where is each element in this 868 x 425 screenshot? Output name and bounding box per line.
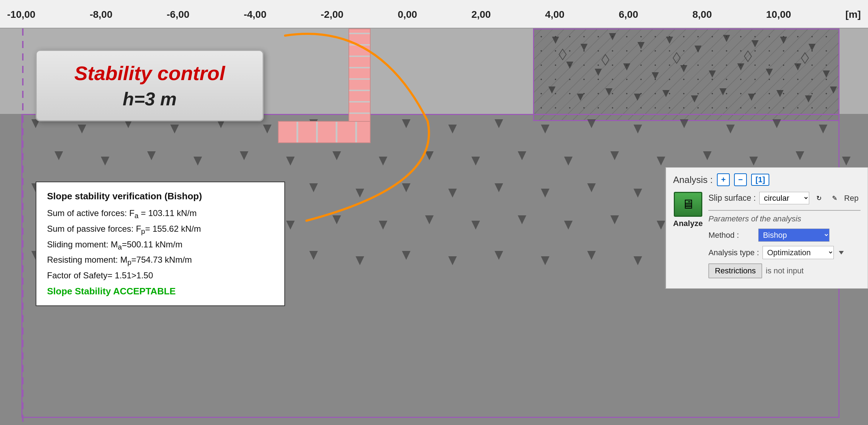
svg-marker-101 bbox=[564, 221, 573, 230]
svg-marker-15 bbox=[709, 70, 716, 78]
analysis-type-select[interactable]: Optimization Standard bbox=[763, 246, 834, 259]
svg-marker-21 bbox=[602, 54, 609, 65]
svg-marker-45 bbox=[448, 125, 457, 133]
analysis-num-button[interactable]: [1] bbox=[751, 174, 769, 186]
restrictions-button[interactable]: Restrictions bbox=[708, 263, 762, 278]
svg-marker-49 bbox=[634, 125, 642, 133]
results-acceptable: Slope Stability ACCEPTABLE bbox=[47, 286, 274, 297]
slip-label: Slip surface : bbox=[708, 193, 756, 203]
svg-marker-85 bbox=[634, 189, 642, 198]
svg-marker-115 bbox=[356, 256, 364, 265]
svg-marker-114 bbox=[309, 251, 318, 260]
edit-icon[interactable]: ✎ bbox=[828, 192, 841, 204]
svg-marker-1 bbox=[580, 44, 588, 51]
analyze-label: Analyze bbox=[673, 219, 703, 228]
svg-marker-31 bbox=[719, 88, 727, 95]
svg-marker-10 bbox=[566, 62, 573, 69]
restrictions-status: is not input bbox=[766, 266, 804, 276]
params-divider bbox=[708, 210, 861, 211]
svg-marker-44 bbox=[402, 119, 410, 128]
refresh-icon[interactable]: ↻ bbox=[813, 192, 825, 204]
dashed-line-left bbox=[22, 28, 24, 425]
analysis-panel: Analysis : + − [1] 🖥 Analyze Slip surfac… bbox=[665, 167, 868, 289]
results-line3: Sliding moment: Ma=500.11 kNm/m bbox=[47, 237, 274, 253]
svg-marker-6 bbox=[723, 35, 730, 42]
svg-marker-103 bbox=[657, 221, 665, 230]
stability-control-box: Stability control h=3 m bbox=[36, 50, 264, 121]
ruler-label-0: 0,00 bbox=[398, 9, 417, 20]
svg-marker-80 bbox=[402, 183, 410, 192]
svg-marker-71 bbox=[842, 157, 851, 166]
svg-marker-118 bbox=[495, 251, 503, 260]
analysis-header: Analysis : + − [1] bbox=[673, 173, 861, 186]
slip-surface-select[interactable]: circular polygonal bbox=[759, 192, 809, 204]
svg-marker-11 bbox=[595, 69, 602, 76]
stability-subtitle: h=3 m bbox=[51, 88, 248, 110]
svg-marker-59 bbox=[286, 157, 295, 166]
svg-marker-24 bbox=[801, 53, 808, 63]
svg-marker-33 bbox=[776, 90, 784, 97]
svg-marker-55 bbox=[101, 157, 109, 166]
results-box: Slope stability verification (Bishop) Su… bbox=[36, 182, 285, 306]
svg-marker-26 bbox=[577, 94, 584, 101]
svg-marker-48 bbox=[587, 119, 596, 128]
svg-marker-58 bbox=[240, 151, 248, 160]
svg-marker-117 bbox=[448, 256, 457, 265]
svg-marker-2 bbox=[609, 33, 616, 40]
svg-marker-17 bbox=[766, 69, 773, 76]
svg-marker-29 bbox=[662, 90, 670, 97]
svg-marker-52 bbox=[773, 119, 781, 128]
ruler-label-2: 2,00 bbox=[471, 9, 491, 20]
svg-marker-22 bbox=[673, 53, 680, 63]
method-label: Method : bbox=[708, 231, 755, 240]
svg-marker-97 bbox=[379, 221, 387, 230]
ruler: -10,00 -8,00 -6,00 -4,00 -2,00 0,00 2,00… bbox=[0, 0, 868, 28]
rep-label: Rep bbox=[844, 194, 858, 203]
svg-marker-13 bbox=[652, 72, 659, 79]
method-row: Method : Bishop Fellenius Spencer bbox=[708, 229, 861, 242]
analyze-icon: 🖥 bbox=[674, 192, 702, 217]
svg-marker-116 bbox=[402, 251, 410, 260]
svg-marker-35 bbox=[830, 86, 837, 94]
svg-marker-23 bbox=[744, 51, 751, 62]
analysis-remove-button[interactable]: − bbox=[734, 173, 747, 186]
results-title: Slope stability verification (Bishop) bbox=[47, 191, 274, 202]
svg-marker-37 bbox=[78, 125, 86, 133]
svg-marker-4 bbox=[666, 37, 673, 44]
panel-right: Slip surface : circular polygonal ↻ ✎ Re… bbox=[708, 192, 861, 278]
svg-marker-9 bbox=[808, 44, 816, 51]
svg-marker-53 bbox=[819, 125, 827, 133]
ruler-label-neg10: -10,00 bbox=[7, 9, 35, 20]
svg-marker-34 bbox=[805, 95, 812, 103]
analyze-button[interactable]: 🖥 Analyze bbox=[673, 192, 703, 228]
results-line2: Sum of passive forces: Fp= 155.62 kN/m bbox=[47, 222, 274, 237]
svg-marker-19 bbox=[823, 70, 830, 78]
svg-marker-32 bbox=[748, 94, 755, 101]
svg-marker-83 bbox=[541, 189, 549, 198]
restrictions-row: Restrictions is not input bbox=[708, 263, 861, 278]
svg-marker-39 bbox=[170, 125, 179, 133]
svg-marker-100 bbox=[518, 215, 526, 224]
canvas-area: Stability control h=3 m Slope stability … bbox=[0, 28, 868, 425]
svg-marker-99 bbox=[471, 221, 480, 230]
soil-upper-right bbox=[533, 28, 839, 121]
svg-marker-82 bbox=[495, 183, 503, 192]
ruler-label-neg6: -6,00 bbox=[167, 9, 190, 20]
ruler-label-neg2: -2,00 bbox=[321, 9, 343, 20]
svg-marker-8 bbox=[780, 37, 787, 44]
svg-marker-12 bbox=[623, 63, 630, 70]
svg-marker-16 bbox=[737, 63, 744, 70]
svg-marker-50 bbox=[680, 119, 688, 128]
svg-marker-25 bbox=[548, 86, 556, 94]
analysis-add-button[interactable]: + bbox=[717, 173, 730, 186]
method-select[interactable]: Bishop Fellenius Spencer bbox=[758, 229, 830, 242]
slip-surface-row: Slip surface : circular polygonal ↻ ✎ Re… bbox=[708, 192, 861, 204]
svg-marker-84 bbox=[587, 183, 596, 192]
svg-marker-27 bbox=[605, 88, 613, 95]
svg-marker-120 bbox=[587, 251, 596, 260]
svg-marker-47 bbox=[541, 125, 549, 133]
analysis-type-arrow bbox=[839, 251, 844, 255]
svg-marker-61 bbox=[379, 157, 387, 166]
svg-marker-56 bbox=[147, 151, 156, 160]
svg-marker-66 bbox=[610, 151, 619, 160]
